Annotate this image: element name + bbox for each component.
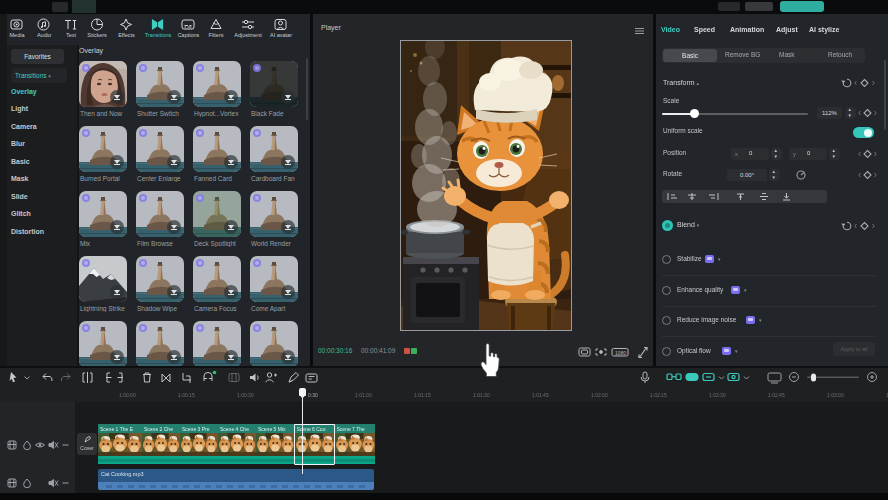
svg-text:1080: 1080	[615, 350, 626, 356]
